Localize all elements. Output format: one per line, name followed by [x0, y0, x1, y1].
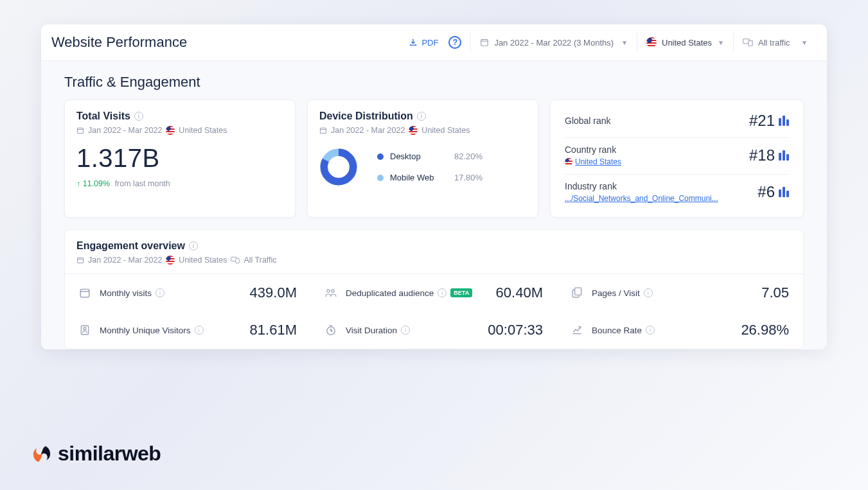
help-icon[interactable]: ? [448, 36, 461, 49]
info-icon[interactable]: i [134, 112, 143, 121]
bars-icon [779, 150, 789, 161]
info-icon[interactable]: i [417, 112, 426, 121]
svg-rect-10 [80, 289, 89, 297]
info-icon[interactable]: i [646, 326, 655, 335]
device-distribution-card: Device Distributioni Jan 2022 - Mar 2022… [307, 100, 538, 218]
chevron-down-icon: ▼ [801, 39, 808, 46]
calendar-icon [76, 127, 84, 134]
download-icon [409, 38, 418, 47]
export-pdf-button[interactable]: PDF [402, 34, 445, 51]
rank-card: Global rank #21 Country rank United Stat… [550, 100, 804, 218]
legend-desktop: Desktop 82.20% [377, 152, 483, 161]
devices-icon [231, 256, 240, 264]
metric-bounce-rate: Bounce Ratei 26.98% [557, 311, 803, 349]
svg-rect-7 [78, 258, 84, 263]
traffic-selector[interactable]: All traffic ▼ [733, 33, 817, 53]
chevron-down-icon: ▼ [718, 39, 724, 46]
bars-icon [779, 116, 789, 126]
svg-point-11 [327, 290, 330, 292]
industry-rank-row: Industry rank .../Social_Networks_and_On… [565, 174, 789, 211]
bars-icon [779, 187, 789, 197]
calendar-icon [76, 256, 84, 264]
info-icon[interactable]: i [401, 326, 410, 335]
page-title: Website Performance [51, 34, 187, 51]
svg-rect-4 [321, 128, 326, 133]
total-visits-card: Total Visitsi Jan 2022 - Mar 2022 United… [64, 100, 296, 218]
industry-link[interactable]: .../Social_Networks_and_Online_Communi..… [565, 194, 718, 203]
top-bar: Website Performance PDF ? Jan 2022 - Mar… [41, 24, 827, 61]
svg-rect-14 [575, 288, 581, 295]
svg-point-12 [332, 290, 334, 292]
total-visits-value: 1.317B [76, 144, 283, 173]
bounce-icon [571, 324, 583, 336]
info-icon[interactable]: i [195, 326, 204, 335]
info-icon[interactable]: i [189, 241, 198, 250]
legend-mobile: Mobile Web 17.80% [377, 173, 483, 182]
flag-us-icon [166, 126, 175, 135]
total-visits-delta: ↑ 11.09% from last month [76, 179, 283, 188]
country-rank-row: Country rank United States #18 [565, 137, 789, 174]
flag-us-icon [166, 256, 175, 265]
svg-rect-2 [748, 40, 752, 46]
global-rank-row: Global rank #21 [565, 112, 789, 137]
flag-us-icon [646, 37, 657, 48]
svg-rect-3 [78, 128, 84, 133]
people-icon [325, 287, 337, 299]
svg-rect-9 [236, 259, 239, 263]
info-icon[interactable]: i [644, 288, 653, 297]
country-link[interactable]: United States [565, 157, 621, 166]
pages-icon [571, 287, 583, 299]
engagement-card: Engagement overviewi Jan 2022 - Mar 2022… [64, 229, 804, 349]
svg-point-16 [84, 328, 86, 330]
calendar-icon [79, 287, 91, 299]
info-icon[interactable]: i [438, 288, 447, 297]
person-icon [79, 324, 91, 336]
date-range-selector[interactable]: Jan 2022 - Mar 2022 (3 Months) ▼ [470, 33, 637, 53]
main-panel: Website Performance PDF ? Jan 2022 - Mar… [41, 24, 827, 349]
clock-icon [325, 324, 337, 336]
metric-unique-visitors: Monthly Unique Visitorsi 81.61M [65, 311, 311, 349]
country-selector[interactable]: United States ▼ [637, 32, 733, 53]
section-title: Traffic & Engagement [53, 74, 815, 100]
svg-rect-0 [481, 40, 488, 46]
similarweb-logo-icon [32, 444, 51, 464]
metric-monthly-visits: Monthly visitsi 439.0M [65, 274, 311, 311]
devices-icon [743, 38, 753, 47]
brand-logo: similarweb [32, 442, 161, 466]
calendar-icon [319, 127, 327, 134]
metric-dedup-audience: Deduplicated audienceiBETA 60.40M [311, 274, 557, 311]
device-donut-chart [319, 148, 358, 186]
metric-visit-duration: Visit Durationi 00:07:33 [311, 311, 557, 349]
beta-badge: BETA [450, 288, 472, 297]
calendar-icon [480, 38, 489, 47]
metric-pages-per-visit: Pages / Visiti 7.05 [557, 274, 803, 311]
chevron-down-icon: ▼ [621, 39, 628, 46]
flag-us-icon [409, 126, 418, 135]
info-icon[interactable]: i [155, 288, 164, 297]
